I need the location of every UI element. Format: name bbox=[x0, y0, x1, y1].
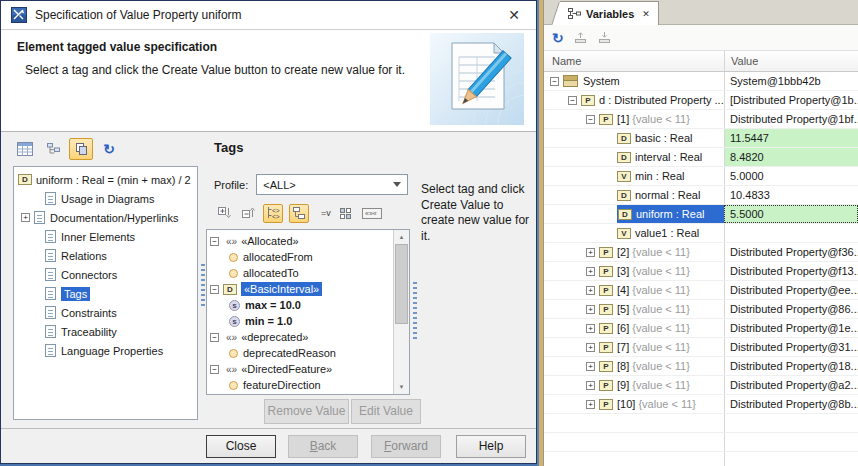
table-row-1[interactable]: −P[1] {value < 11} Distributed Property@… bbox=[544, 110, 858, 129]
tree-expander[interactable]: + bbox=[586, 362, 595, 371]
table-row-3[interactable]: +P[3] {value < 11} Distributed Property@… bbox=[544, 262, 858, 281]
nav-tree-root[interactable]: D uniform : Real = (min + max) / 2 bbox=[14, 170, 197, 189]
splitter-handle[interactable] bbox=[201, 264, 205, 308]
selected-row-highlight: Duniform : Real bbox=[617, 205, 724, 223]
table-row-6[interactable]: +P[6] {value < 11} Distributed Property@… bbox=[544, 319, 858, 338]
table-row-2[interactable]: +P[2] {value < 11} Distributed Property@… bbox=[544, 243, 858, 262]
table-row-value1[interactable]: Vvalue1 : Real bbox=[544, 224, 858, 243]
slot-presentation-icon[interactable]: «»« bbox=[360, 202, 384, 224]
refresh-icon[interactable]: ↻ bbox=[97, 138, 121, 160]
tree-expander[interactable]: − bbox=[210, 333, 219, 342]
column-header-value[interactable]: Value bbox=[724, 51, 858, 71]
tag-stereotype-directedfeature[interactable]: −«»«DirectedFeature» bbox=[207, 361, 393, 377]
tree-expander[interactable]: + bbox=[586, 248, 595, 257]
scrollbar[interactable]: ▲ ▼ bbox=[393, 230, 409, 394]
table-header[interactable]: Name Value bbox=[544, 51, 858, 72]
property-icon: P bbox=[599, 247, 613, 258]
box-up-arrow-icon[interactable] bbox=[573, 31, 588, 44]
table-row-8[interactable]: +P[8] {value < 11} Distributed Property@… bbox=[544, 357, 858, 376]
tag-allocatedfrom[interactable]: allocatedFrom bbox=[207, 249, 393, 265]
tree-expander[interactable]: − bbox=[210, 237, 219, 246]
close-icon[interactable]: ✕ bbox=[502, 7, 526, 23]
standard-expert-mode-icon[interactable] bbox=[69, 138, 93, 160]
scrollbar-thumb[interactable] bbox=[395, 244, 408, 324]
tags-pane-title: Tags bbox=[214, 140, 243, 155]
table-row-5[interactable]: +P[5] {value < 11} Distributed Property@… bbox=[544, 300, 858, 319]
tree-expander[interactable]: + bbox=[586, 286, 595, 295]
nav-item-inner-elements[interactable]: Inner Elements bbox=[14, 227, 197, 246]
nav-item-tags[interactable]: Tags bbox=[14, 284, 197, 303]
tree-expander[interactable]: − bbox=[568, 96, 577, 105]
tree-expander[interactable]: + bbox=[21, 213, 30, 222]
tag-stereotype-deprecated[interactable]: −«»«deprecated» bbox=[207, 329, 393, 345]
tag-max-value[interactable]: smax = 10.0 bbox=[207, 297, 393, 313]
tag-allocatedto[interactable]: allocatedTo bbox=[207, 265, 393, 281]
value-icon: V bbox=[617, 228, 631, 239]
tag-stereotype-basicinterval[interactable]: −D«BasicInterval» bbox=[207, 281, 393, 297]
tag-stereotype-allocated[interactable]: −«»«Allocated» bbox=[207, 233, 393, 249]
collapse-nodes-icon[interactable] bbox=[239, 202, 257, 224]
help-button[interactable]: Help bbox=[456, 435, 526, 458]
tree-expander[interactable]: + bbox=[586, 305, 595, 314]
tree-expander[interactable]: + bbox=[586, 343, 595, 352]
profile-select[interactable]: <ALL> bbox=[256, 174, 408, 195]
table-row-interval[interactable]: Dinterval : Real 8.4820 bbox=[544, 148, 858, 167]
tag-deprecatedreason[interactable]: deprecatedReason bbox=[207, 345, 393, 361]
table-row-d[interactable]: −Pd : Distributed Property ... [Distribu… bbox=[544, 91, 858, 110]
table-row-10[interactable]: +P[10] {value < 11} Distributed Property… bbox=[544, 395, 858, 414]
property-icon: P bbox=[599, 285, 613, 296]
table-row-normal[interactable]: Dnormal : Real 10.4833 bbox=[544, 186, 858, 205]
nav-item-connectors[interactable]: Connectors bbox=[14, 265, 197, 284]
tag-min-value[interactable]: smin = 1.0 bbox=[207, 313, 393, 329]
column-header-name[interactable]: Name bbox=[544, 51, 724, 71]
tree-expander[interactable]: + bbox=[586, 267, 595, 276]
close-button[interactable]: Close bbox=[206, 435, 276, 458]
tree-expander[interactable]: + bbox=[586, 324, 595, 333]
row-label: System bbox=[583, 75, 620, 87]
row-label: d : Distributed Property ... bbox=[599, 94, 724, 106]
table-row-min[interactable]: Vmin : Real 5.0000 bbox=[544, 167, 858, 186]
table-row-basic[interactable]: Dbasic : Real 11.5447 bbox=[544, 129, 858, 148]
show-all-tags-icon[interactable] bbox=[337, 202, 354, 224]
refresh-icon[interactable]: ↻ bbox=[552, 30, 564, 46]
table-row-4[interactable]: +P[4] {value < 11} Distributed Property@… bbox=[544, 281, 858, 300]
nav-root-label: uniform : Real = (min + max) / 2 bbox=[36, 174, 191, 186]
nav-item-constraints[interactable]: Constraints bbox=[14, 303, 197, 322]
show-default-values-icon[interactable]: =v bbox=[321, 208, 331, 218]
nav-item-relations[interactable]: Relations bbox=[14, 246, 197, 265]
properties-table-icon[interactable] bbox=[13, 138, 37, 160]
tree-expander[interactable]: − bbox=[210, 365, 219, 374]
tree-expander[interactable]: + bbox=[586, 381, 595, 390]
chevron-down-icon bbox=[393, 182, 401, 187]
tag-featuredirection[interactable]: featureDirection bbox=[207, 377, 393, 393]
row-value: Distributed Property@18... bbox=[730, 360, 858, 372]
table-row-9[interactable]: +P[9] {value < 11} Distributed Property@… bbox=[544, 376, 858, 395]
nav-item-usage-in-diagrams[interactable]: Usage in Diagrams bbox=[14, 189, 197, 208]
table-row-uniform-selected[interactable]: Duniform : Real 5.5000 bbox=[544, 205, 858, 224]
tree-expander[interactable]: − bbox=[550, 77, 559, 86]
table-row-7[interactable]: +P[7] {value < 11} Distributed Property@… bbox=[544, 338, 858, 357]
table-row-system[interactable]: −System System@1bbb42b bbox=[544, 72, 858, 91]
nav-item-documentation[interactable]: +Documentation/Hyperlinks bbox=[14, 208, 197, 227]
tree-expander[interactable]: − bbox=[210, 285, 219, 294]
nav-item-language-properties[interactable]: Language Properties bbox=[14, 341, 197, 360]
tab-variables[interactable]: Variables ✕ bbox=[560, 1, 659, 25]
show-tags-tree-icon[interactable]: <><> bbox=[263, 204, 283, 223]
splitter-handle[interactable] bbox=[413, 282, 417, 340]
forward-button[interactable]: Forward bbox=[371, 435, 441, 458]
box-down-arrow-icon[interactable] bbox=[597, 31, 612, 44]
tree-expander[interactable]: + bbox=[586, 400, 595, 409]
tree-view-icon[interactable] bbox=[41, 138, 65, 160]
tab-close-icon[interactable]: ✕ bbox=[642, 9, 650, 19]
expand-nodes-icon[interactable] bbox=[215, 202, 233, 224]
tree-expander[interactable]: − bbox=[586, 115, 595, 124]
remove-value-button[interactable]: Remove Value bbox=[264, 399, 349, 424]
scroll-down-icon[interactable]: ▼ bbox=[394, 380, 409, 394]
back-button[interactable]: Back bbox=[288, 435, 358, 458]
dialog-titlebar[interactable]: Specification of Value Property uniform … bbox=[1, 1, 536, 30]
edit-value-button[interactable]: Edit Value bbox=[351, 399, 421, 424]
nav-item-traceability[interactable]: Traceability bbox=[14, 322, 197, 341]
group-by-profile-icon[interactable] bbox=[289, 204, 309, 223]
scroll-up-icon[interactable]: ▲ bbox=[394, 230, 409, 244]
row-label: value1 : Real bbox=[635, 227, 699, 239]
